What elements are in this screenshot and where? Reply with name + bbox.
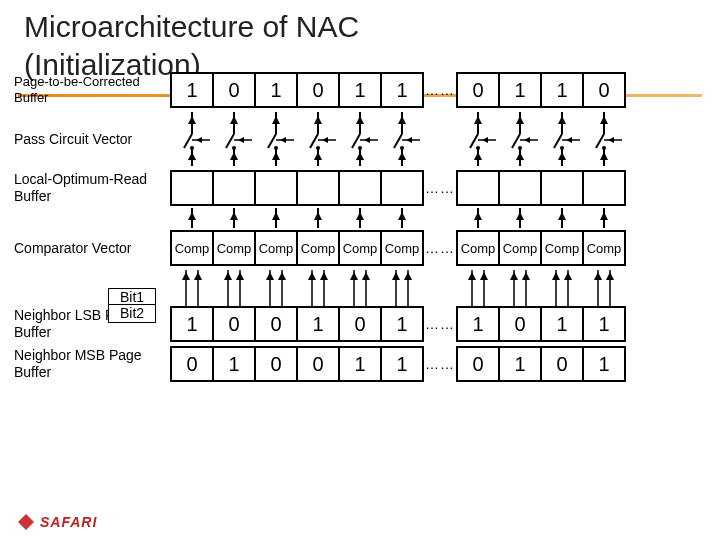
svg-line-39 (352, 134, 360, 148)
msb-cell: 0 (540, 346, 584, 382)
lsb-right-cells: 1 0 1 1 (456, 306, 626, 342)
svg-marker-51 (398, 152, 406, 160)
svg-marker-137 (480, 272, 488, 280)
switch-icon (338, 112, 382, 166)
ptbc-cell: 1 (338, 72, 382, 108)
local-cell (170, 170, 214, 206)
svg-marker-143 (552, 272, 560, 280)
arrow-down-icon (498, 208, 542, 232)
svg-marker-123 (308, 272, 316, 280)
svg-marker-145 (564, 272, 572, 280)
double-arrow-up-icon (170, 270, 214, 306)
local-cell (212, 170, 256, 206)
svg-marker-55 (474, 116, 482, 124)
double-arrow-up-icon (498, 270, 542, 306)
svg-marker-131 (392, 272, 400, 280)
local-cell (456, 170, 500, 206)
local-cell (498, 170, 542, 206)
lsb-cell: 1 (456, 306, 500, 342)
lsb-cell: 1 (170, 306, 214, 342)
svg-marker-101 (398, 212, 406, 220)
svg-marker-15 (230, 152, 238, 160)
svg-marker-6 (188, 152, 196, 160)
svg-marker-111 (182, 272, 190, 280)
lsb-cell: 1 (296, 306, 340, 342)
svg-marker-82 (600, 116, 608, 124)
switch-icon (254, 112, 298, 166)
svg-marker-91 (188, 212, 196, 220)
comp-cell: Comp (456, 230, 500, 266)
safari-logo-text: SAFARI (40, 514, 97, 530)
msb-right-cells: 0 1 0 1 (456, 346, 626, 382)
svg-marker-95 (272, 212, 280, 220)
svg-marker-62 (482, 137, 488, 143)
comp-cell: Comp (498, 230, 542, 266)
arrow-down-icon (540, 208, 584, 232)
arrow-down-icon (456, 208, 500, 232)
svg-marker-26 (280, 137, 286, 143)
local-cell (296, 170, 340, 206)
svg-marker-127 (350, 272, 358, 280)
arrow-down-icon (170, 208, 214, 232)
label-local: Local-Optimum-Read Buffer (0, 171, 170, 205)
label-local-bot: Buffer (14, 188, 51, 204)
comp-cell: Comp (254, 230, 298, 266)
svg-marker-80 (566, 137, 572, 143)
arrow-down-icon (380, 208, 424, 232)
row-comp: Comparator Vector Comp Comp Comp Comp Co… (0, 230, 720, 266)
svg-line-3 (184, 134, 192, 148)
label-ptbc-top: Page-to-be-Corrected (14, 74, 140, 89)
switch-icon (212, 112, 256, 166)
svg-marker-97 (314, 212, 322, 220)
svg-marker-105 (516, 212, 524, 220)
svg-marker-107 (558, 212, 566, 220)
ellipsis-icon: …… (424, 82, 456, 98)
slide-title-line1: Microarchitecture of NAC (0, 0, 720, 44)
svg-marker-64 (516, 116, 524, 124)
comp-cell: Comp (170, 230, 214, 266)
svg-marker-109 (600, 212, 608, 220)
comp-cell: Comp (582, 230, 626, 266)
label-msb: Neighbor MSB Page Buffer (0, 347, 170, 381)
svg-marker-117 (236, 272, 244, 280)
svg-marker-99 (356, 212, 364, 220)
svg-marker-135 (468, 272, 476, 280)
arrow-down-icon (254, 208, 298, 232)
svg-marker-103 (474, 212, 482, 220)
svg-marker-93 (230, 212, 238, 220)
comp-cell: Comp (338, 230, 382, 266)
svg-marker-37 (356, 116, 364, 124)
msb-cell: 1 (212, 346, 256, 382)
row-pass: Pass Circuit Vector (0, 112, 720, 166)
arrow-down-icon (582, 208, 626, 232)
ptbc-cell: 1 (540, 72, 584, 108)
double-arrow-up-icon (212, 270, 256, 306)
svg-marker-71 (524, 137, 530, 143)
ptbc-cell: 0 (582, 72, 626, 108)
comp-left-cells: Comp Comp Comp Comp Comp Comp (170, 230, 424, 266)
pass-left-switches (170, 112, 424, 166)
switch-icon (540, 112, 584, 166)
ellipsis-icon: …… (424, 356, 456, 372)
svg-line-84 (596, 134, 604, 148)
msb-cell: 0 (254, 346, 298, 382)
ptbc-cell: 0 (456, 72, 500, 108)
local-cell (540, 170, 584, 206)
msb-cell: 0 (456, 346, 500, 382)
svg-marker-53 (406, 137, 412, 143)
lsb-cell: 1 (540, 306, 584, 342)
svg-marker-69 (516, 152, 524, 160)
msb-cell: 0 (296, 346, 340, 382)
svg-marker-17 (238, 137, 244, 143)
lsb-cell: 0 (338, 306, 382, 342)
ptbc-right-cells: 0 1 1 0 (456, 72, 626, 108)
double-arrow-up-icon (456, 270, 500, 306)
svg-marker-35 (322, 137, 328, 143)
svg-marker-141 (522, 272, 530, 280)
arrows-comp-lsb: Bit1 Bit2 (0, 270, 720, 306)
msb-cell: 1 (582, 346, 626, 382)
svg-marker-24 (272, 152, 280, 160)
pass-right-switches (456, 112, 626, 166)
label-local-top: Local-Optimum-Read (14, 171, 147, 187)
svg-marker-44 (364, 137, 370, 143)
